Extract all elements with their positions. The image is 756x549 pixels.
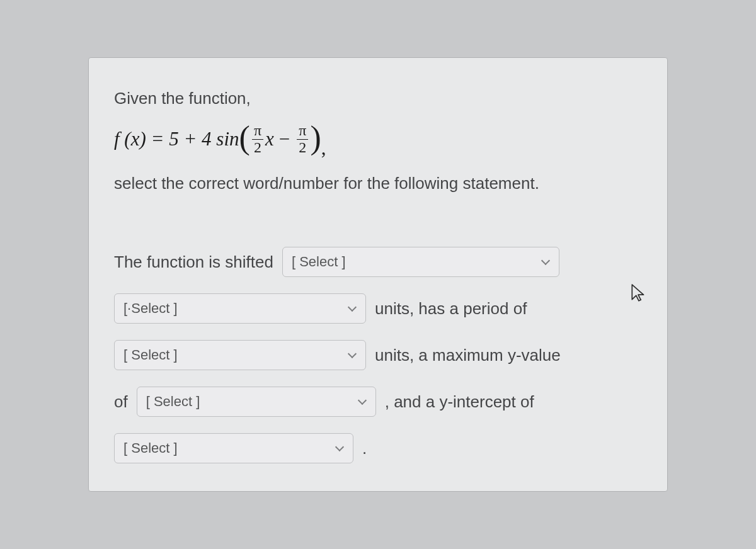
fraction-1: π 2 (252, 123, 263, 155)
fraction-2: π 2 (297, 123, 308, 155)
row1-lead: The function is shifted (114, 252, 273, 272)
intro-text: Given the function, (114, 86, 636, 112)
select-placeholder: [ Select ] (123, 347, 178, 363)
chevron-down-icon (541, 258, 550, 266)
select-direction[interactable]: [ Select ] (282, 247, 559, 277)
formula-lhs: f (x) = 5 + 4 sin (114, 128, 239, 150)
statement-row-5: [ Select ] . (114, 433, 636, 463)
chevron-down-icon (358, 397, 367, 406)
chevron-down-icon (348, 304, 357, 313)
close-paren: ) (310, 125, 321, 151)
select-shift-units[interactable]: [·Select ] (114, 293, 366, 324)
formula-var: x (265, 128, 274, 150)
formula-minus: − (279, 128, 290, 150)
description-text: select the correct word/number for the f… (114, 171, 636, 197)
statement-row-3: [ Select ] units, a maximum y-value (114, 340, 636, 370)
chevron-down-icon (335, 444, 344, 453)
select-placeholder: [ Select ] (146, 393, 200, 410)
formula-comma: , (321, 137, 326, 159)
question-card: Given the function, f (x) = 5 + 4 sin ( … (88, 57, 668, 492)
chevron-down-icon (348, 351, 357, 359)
row3-trail: units, a maximum y-value (375, 346, 561, 365)
statement-row-2: [·Select ] units, has a period of (114, 293, 636, 324)
cursor-icon (631, 283, 647, 302)
row4-lead: of (114, 392, 128, 412)
row2-trail: units, has a period of (375, 299, 527, 319)
open-paren: ( (239, 125, 250, 151)
select-placeholder: [ Select ] (123, 440, 178, 456)
row4-trail: , and a y-intercept of (385, 392, 534, 412)
row5-trail: . (362, 439, 367, 458)
select-period-units[interactable]: [ Select ] (114, 340, 366, 370)
select-y-intercept[interactable]: [ Select ] (114, 433, 353, 463)
select-placeholder: [ Select ] (292, 254, 346, 270)
statement-row-4: of [ Select ] , and a y-intercept of (114, 387, 636, 417)
select-placeholder: [·Select ] (123, 300, 178, 317)
function-formula: f (x) = 5 + 4 sin ( π 2 x − π 2 ) , (114, 123, 636, 155)
statement-row-1: The function is shifted [ Select ] (114, 247, 636, 277)
select-max-y[interactable]: [ Select ] (137, 387, 376, 417)
